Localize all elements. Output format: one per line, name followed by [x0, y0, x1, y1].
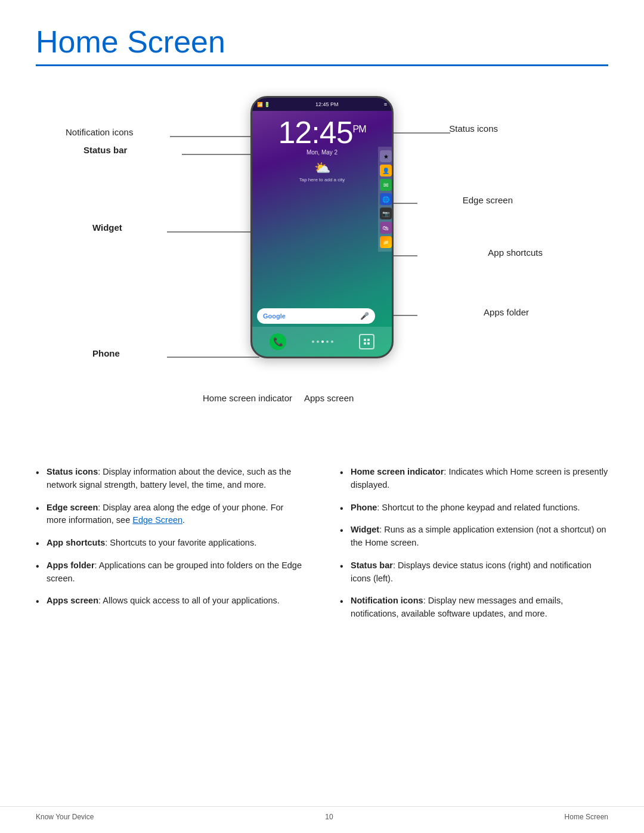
- bullet-home-indicator: Home screen indicator: Indicates which H…: [340, 466, 608, 492]
- page-title: Home Screen: [36, 24, 608, 60]
- google-search-bar: Google 🎤: [257, 308, 375, 324]
- left-bullet-list: Status icons: Display information about …: [36, 466, 304, 630]
- term-apps-folder: Apps folder: [47, 561, 95, 570]
- edge-globe-icon: 🌐: [380, 193, 392, 205]
- clock-widget: 12:45PM Mon, May 2: [252, 111, 392, 156]
- term-status-icons: Status icons: [47, 467, 98, 476]
- footer-right-text: Home Screen: [565, 813, 608, 821]
- notification-icons-label: Notification icons: [66, 127, 133, 137]
- term-app-shortcuts: App shortcuts: [47, 538, 105, 547]
- edge-bag-icon: 🛍: [380, 222, 392, 234]
- widget-label: Widget: [92, 222, 122, 233]
- bullet-apps-screen: Apps screen: Allows quick access to all …: [36, 594, 304, 608]
- apps-screen-button: [359, 334, 374, 349]
- edge-folder-icon: 📁: [380, 236, 392, 248]
- term-home-indicator: Home screen indicator: [351, 467, 444, 476]
- dot-1: [312, 340, 314, 343]
- dot-4: [326, 340, 329, 343]
- google-logo-text: Google: [263, 312, 286, 320]
- term-status-bar: Status bar: [351, 561, 393, 570]
- notification-icons-area: 📶 🔋: [257, 102, 270, 107]
- edge-person-icon: 👤: [380, 165, 392, 176]
- header-divider: [36, 64, 608, 66]
- term-widget: Widget: [351, 525, 379, 534]
- dot-active: [321, 340, 324, 343]
- dot-2: [317, 340, 319, 343]
- status-bar-time: 12:45 PM: [315, 101, 339, 107]
- apps-folder-label: Apps folder: [484, 307, 529, 317]
- bullet-phone: Phone: Shortcut to the phone keypad and …: [340, 501, 608, 515]
- bullet-notification-icons: Notification icons: Display new messages…: [340, 594, 608, 621]
- weather-icon: ⛅: [252, 160, 392, 176]
- phone-status-bar: 📶 🔋 12:45 PM ≡: [252, 98, 392, 111]
- edge-screen-label: Edge screen: [463, 195, 513, 205]
- phone-screen: 12:45PM Mon, May 2 ⛅ Tap here to add a c…: [252, 111, 392, 357]
- home-screen-indicator-label: Home screen indicator: [203, 393, 292, 403]
- bullet-status-bar: Status bar: Displays device status icons…: [340, 559, 608, 586]
- dot-5: [331, 340, 333, 343]
- edge-camera-icon: 📷: [380, 208, 392, 219]
- status-icons-label: Status icons: [449, 123, 498, 134]
- bullet-apps-folder: Apps folder: Applications can be grouped…: [36, 559, 304, 586]
- dock-phone-button: 📞: [270, 333, 286, 350]
- bullet-app-shortcuts: App shortcuts: Shortcuts to your favorit…: [36, 537, 304, 550]
- diagram-area: Notification icons Status bar Widget Pho…: [0, 78, 644, 448]
- app-shortcuts-label: App shortcuts: [488, 247, 543, 258]
- bullet-widget: Widget: Runs as a simple application ext…: [340, 524, 608, 550]
- edge-star-icon: ★: [380, 150, 392, 162]
- apps-screen-label: Apps screen: [304, 393, 354, 403]
- edge-screen-link[interactable]: Edge Screen: [132, 515, 182, 525]
- term-apps-screen: Apps screen: [47, 596, 98, 605]
- status-bar-label: Status bar: [83, 145, 127, 155]
- right-bullet-list: Home screen indicator: Indicates which H…: [340, 466, 608, 630]
- phone-mockup: 📶 🔋 12:45 PM ≡ 12:45PM Mon, May 2 ⛅ Tap …: [250, 96, 394, 358]
- apps-grid-icon: [364, 339, 370, 345]
- page-footer: Know Your Device 10 Home Screen: [0, 806, 644, 821]
- microphone-icon: 🎤: [360, 312, 369, 320]
- footer-page-number: 10: [325, 813, 333, 821]
- bullet-edge-screen: Edge screen: Display area along the edge…: [36, 501, 304, 528]
- description-section: Status icons: Display information about …: [0, 448, 644, 642]
- bullet-status-icons: Status icons: Display information about …: [36, 466, 304, 492]
- term-edge-screen: Edge screen: [47, 503, 98, 512]
- add-city-text: Tap here to add a city: [252, 177, 392, 182]
- weather-widget: ⛅ Tap here to add a city: [252, 160, 392, 182]
- page-header: Home Screen: [0, 0, 644, 66]
- phone-dock: 📞: [252, 327, 392, 357]
- term-notification-icons: Notification icons: [351, 596, 423, 605]
- clock-date: Mon, May 2: [252, 149, 392, 156]
- phone-label: Phone: [92, 348, 120, 358]
- term-phone: Phone: [351, 503, 377, 512]
- clock-time: 12:45PM: [252, 117, 392, 148]
- footer-left-text: Know Your Device: [36, 813, 94, 821]
- home-indicator-dots: [312, 340, 333, 343]
- status-icons-area: ≡: [384, 101, 387, 107]
- edge-mail-icon: ✉: [380, 179, 392, 191]
- edge-screen-strip: ★ 👤 ✉ 🌐 📷 🛍 📁: [378, 147, 394, 252]
